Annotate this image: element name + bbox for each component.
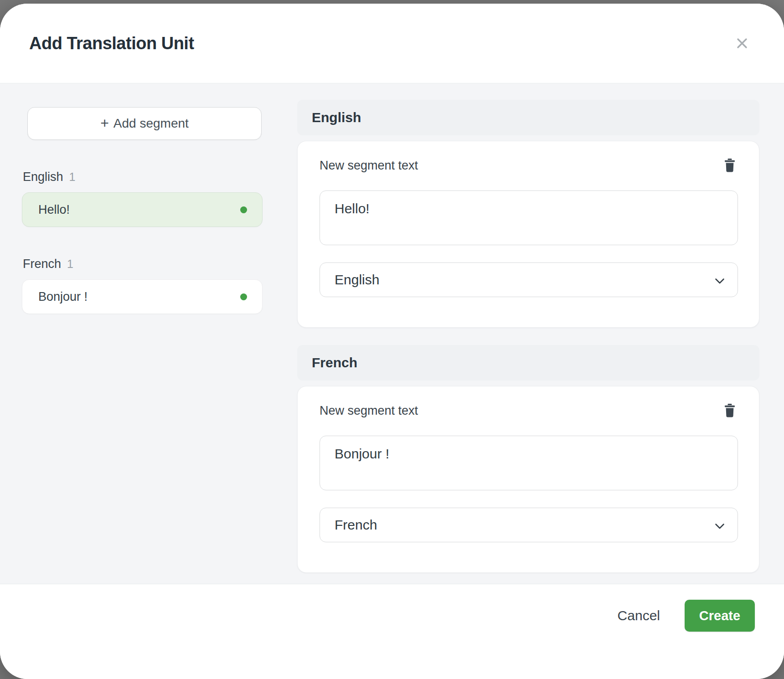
status-dot-icon (240, 206, 247, 213)
language-select[interactable]: French (320, 508, 738, 542)
chevron-down-icon (715, 517, 725, 533)
segments-panel: + Add segment English 1 Hello! French 1 … (22, 100, 263, 584)
dialog-footer: Cancel Create (0, 584, 784, 679)
create-button[interactable]: Create (685, 600, 755, 632)
segment-text-input[interactable]: Hello! (320, 190, 738, 245)
delete-segment-button[interactable] (722, 157, 738, 174)
close-button[interactable] (731, 32, 753, 54)
group-count: 1 (67, 257, 73, 271)
dialog-body: + Add segment English 1 Hello! French 1 … (0, 83, 784, 584)
section-title: French (312, 355, 357, 370)
trash-icon (722, 413, 737, 420)
plus-icon: + (100, 116, 109, 130)
group-label-english: English 1 (23, 170, 263, 184)
field-label: New segment text (320, 404, 418, 418)
group-language: French (23, 257, 61, 271)
section-header-english: English (297, 100, 759, 135)
segment-item-english[interactable]: Hello! (22, 192, 263, 227)
editor-panel: English New segment text (297, 100, 759, 584)
group-label-french: French 1 (23, 257, 263, 271)
add-segment-button[interactable]: + Add segment (27, 107, 262, 140)
segment-item-french[interactable]: Bonjour ! (22, 279, 263, 314)
group-language: English (23, 170, 63, 184)
section-title: English (312, 110, 361, 125)
trash-icon (722, 168, 737, 175)
selected-language: English (335, 272, 379, 288)
field-label: New segment text (320, 159, 418, 173)
segment-item-text: Hello! (38, 203, 70, 217)
segment-editor-card-french: New segment text Bonjour ! French (297, 386, 759, 573)
dialog-header: Add Translation Unit (0, 4, 784, 83)
section-header-french: French (297, 345, 759, 381)
cancel-button[interactable]: Cancel (598, 600, 679, 632)
add-translation-unit-dialog: Add Translation Unit + Add segment Engli… (0, 4, 784, 679)
segment-text-input[interactable]: Bonjour ! (320, 436, 738, 490)
segment-editor-card-english: New segment text Hello! English (297, 141, 759, 328)
close-icon (734, 46, 750, 53)
add-segment-label: Add segment (113, 116, 189, 131)
group-count: 1 (69, 170, 76, 184)
language-select[interactable]: English (320, 262, 738, 297)
chevron-down-icon (715, 272, 725, 288)
delete-segment-button[interactable] (722, 402, 738, 419)
segment-item-text: Bonjour ! (38, 290, 88, 304)
card-header: New segment text (320, 402, 738, 419)
dialog-title: Add Translation Unit (29, 34, 194, 53)
card-header: New segment text (320, 157, 738, 174)
status-dot-icon (240, 293, 247, 300)
selected-language: French (335, 517, 377, 533)
